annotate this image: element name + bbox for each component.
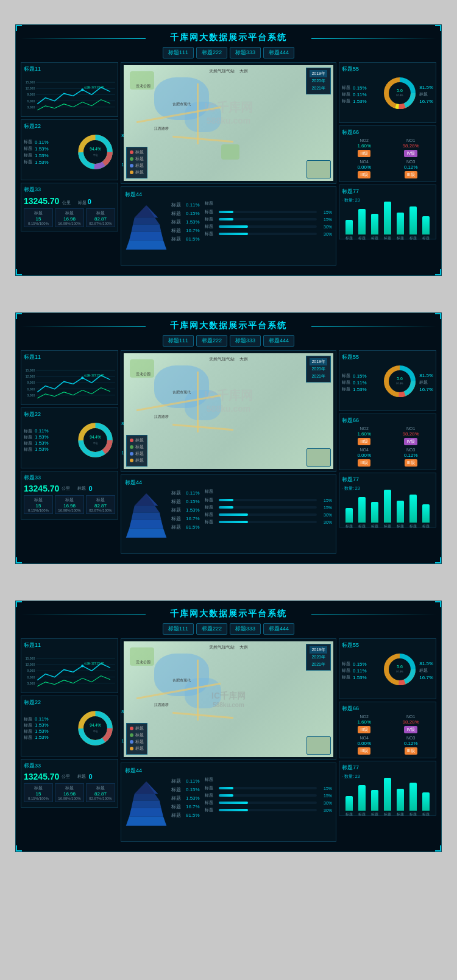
tab2-333[interactable]: 标题333 xyxy=(230,335,261,347)
widget-55-title: 标题55 xyxy=(342,65,433,73)
svg-text:5.6: 5.6 xyxy=(397,664,403,669)
svg-text:9,000: 9,000 xyxy=(27,669,35,672)
svg-marker-77 xyxy=(126,817,167,826)
widget-33-b: 标题33 13245.70 公里 标题 0 标题150.15%/100% 标题1… xyxy=(21,471,118,520)
widget-22-c: 标题22 标题0.11% 标题1.53% 标题1.53% 标题1.53% 9 xyxy=(21,696,118,756)
tab3-222[interactable]: 标题222 xyxy=(196,623,227,635)
tab3-444[interactable]: 标题444 xyxy=(263,623,294,635)
grade-badge-III-3: III级 xyxy=(405,171,417,178)
widget-55: 标题55 标题0.15% 标题0.11% 标题1.53% 5.6 xyxy=(339,62,436,123)
widget-11-title: 标题11 xyxy=(24,65,115,73)
widget-22: 标题22 标题0.11% 标题1.53% 标题1.53% 标题1.53% xyxy=(21,119,118,180)
svg-text:3,000: 3,000 xyxy=(27,682,35,685)
svg-text:5.6: 5.6 xyxy=(397,376,403,381)
widget-22-b: 标题22 标题0.11% 标题1.53% 标题1.53% 标题1.53% 9 xyxy=(21,407,118,468)
panel-body-1: 标题11 15,000 12,000 9,000 6,000 3,000 xyxy=(21,62,436,270)
map-year-selector-2[interactable]: 2019年 2020年 2021年 xyxy=(306,356,331,382)
svg-text:6,000: 6,000 xyxy=(27,99,35,103)
svg-text:15,000: 15,000 xyxy=(26,657,35,660)
panel-title-2: 千库网大数据展示平台系统 xyxy=(170,320,287,330)
widget-66-b: 标题66 NO21.60% III级 NO198.28% IV级 NO40.00… xyxy=(339,414,436,470)
svg-text:9,000: 9,000 xyxy=(27,93,35,96)
widget-66-title: 标题66 xyxy=(342,129,433,136)
right-col-3: 标题55 标题0.15% 标题0.11% 标题1.53% 5.6 97. xyxy=(339,638,436,842)
year-2021-c[interactable]: 2021年 xyxy=(310,661,327,668)
year-2020-b[interactable]: 2020年 xyxy=(310,365,327,373)
svg-marker-48 xyxy=(132,513,161,520)
tab2-444[interactable]: 标题444 xyxy=(263,335,294,347)
year-2020[interactable]: 2020年 xyxy=(310,77,327,85)
svg-marker-76 xyxy=(129,808,163,817)
svg-text:94.4%: 94.4% xyxy=(90,147,101,151)
year-2020-c[interactable]: 2020年 xyxy=(310,654,327,661)
svg-text:6,000: 6,000 xyxy=(27,387,35,391)
widget-77-b: 标题77 · 数量: 23 标题 标题 标题 标题 标题 标题 标题 xyxy=(339,473,436,527)
map-year-selector[interactable]: 2019年 2020年 2021年 xyxy=(306,68,331,94)
svg-text:12,000: 12,000 xyxy=(26,375,35,378)
tab-444[interactable]: 标题444 xyxy=(263,47,294,58)
svg-text:中心: 中心 xyxy=(93,730,98,733)
widget-33-c: 标题33 13245.70 公里 标题 0 标题150.15%/100% 标题1… xyxy=(21,759,118,808)
stat-box-3: 标题 82.87 82.87%/100% xyxy=(86,208,115,227)
svg-marker-50 xyxy=(126,529,167,538)
tab2-111[interactable]: 标题111 xyxy=(163,335,194,347)
svg-text:15,000: 15,000 xyxy=(26,80,35,84)
panel-header-1: 千库网大数据展示平台系统 xyxy=(21,30,436,47)
map-year-selector-3[interactable]: 2019年 2020年 2021年 xyxy=(306,644,331,671)
tab3-111[interactable]: 标题111 xyxy=(163,623,194,635)
year-2021[interactable]: 2021年 xyxy=(310,85,327,92)
tab-111[interactable]: 标题111 xyxy=(163,47,194,58)
svg-text:3,000: 3,000 xyxy=(27,105,35,109)
map-widget-2: 天然气加气站 大房 云龙公园 合肥市现代 江西路桥 2019年 2020年 20… xyxy=(121,350,336,472)
svg-point-39 xyxy=(81,376,83,379)
donut-22-svg: 94.4% 中心 xyxy=(76,132,115,172)
widget-77-title: 标题77 xyxy=(342,188,433,196)
tab-row-3: 标题111 标题222 标题333 标题444 xyxy=(21,623,436,635)
left-col-3: 标题11 15,000 12,000 9,000 6,000 3,000 公路·… xyxy=(21,638,118,842)
map-legend-2: 标题 标题 标题 标题 xyxy=(126,435,147,467)
widget-44-b: 标题44 标题0.11% 标题0.15% 标题1 xyxy=(121,474,336,554)
svg-marker-22 xyxy=(126,241,167,250)
panel-title-3: 千库网大数据展示平台系统 xyxy=(170,608,287,618)
svg-text:9,000: 9,000 xyxy=(27,381,35,384)
year-2021-b[interactable]: 2021年 xyxy=(310,373,327,380)
svg-text:5.6: 5.6 xyxy=(397,88,403,93)
widget-22-title: 标题22 xyxy=(24,122,115,130)
tab-333[interactable]: 标题333 xyxy=(230,47,261,58)
map-widget-3: 天然气加气站 大房 云龙公园 合肥市现代 江西路桥 2019年 2020年 20… xyxy=(121,638,336,760)
year-2019-c[interactable]: 2019年 xyxy=(310,646,327,654)
grade-item-no4: NO4 0.00% III级 xyxy=(342,160,387,179)
line-chart-svg: 15,000 12,000 9,000 6,000 3,000 公路·12713… xyxy=(24,75,115,118)
tab-222[interactable]: 标题222 xyxy=(196,47,227,58)
widget-55-c: 标题55 标题0.15% 标题0.11% 标题1.53% 5.6 97. xyxy=(339,638,436,699)
right-col-2: 标题55 标题0.15% 标题0.11% 标题1.53% 5.6 97. xyxy=(339,350,436,554)
dashboard-panel-2: 千库网大数据展示平台系统 标题111 标题222 标题333 标题444 标题1… xyxy=(15,312,442,564)
map-legend-3: 标题 标题 标题 标题 xyxy=(126,723,147,755)
svg-text:97.4%: 97.4% xyxy=(397,94,404,97)
tab3-333[interactable]: 标题333 xyxy=(230,623,261,635)
svg-text:公路·12713.30: 公路·12713.30 xyxy=(84,661,104,665)
grade-item-no2: NO2 1.60% III级 xyxy=(342,138,387,158)
svg-text:6,000: 6,000 xyxy=(27,675,35,679)
tab-row-2: 标题111 标题222 标题333 标题444 xyxy=(21,335,436,347)
widget-44-c: 标题44 标题0.11% 标题0.15% 标题1 xyxy=(121,763,336,842)
panel-body-3: 标题11 15,000 12,000 9,000 6,000 3,000 公路·… xyxy=(21,638,436,847)
svg-text:97.4%: 97.4% xyxy=(397,670,404,673)
panel-body-2: 标题11 15,000 12,000 9,000 6,000 3,000 公路·… xyxy=(21,350,436,559)
widget-77: 标题77 · 数量: 23 标题 标题 标题 xyxy=(339,185,436,239)
widget-66-c: 标题66 NO21.60% III级 NO198.28% IV级 NO40.00… xyxy=(339,702,436,758)
year-2019-b[interactable]: 2019年 xyxy=(310,358,327,365)
grade-item-no3: NO3 0.12% III级 xyxy=(389,160,434,179)
svg-marker-75 xyxy=(132,801,161,808)
widget-77-c: 标题77 · 数量: 23 标题 标题 标题 标题 标题 标题 标题 xyxy=(339,761,436,816)
map-widget-1: 天然气加气站 大房 云龙公园 合肥市现代 江西路桥 2019年 2020年 20… xyxy=(121,62,336,184)
svg-text:中心: 中心 xyxy=(93,442,98,445)
panel-header-2: 千库网大数据展示平台系统 xyxy=(21,318,436,335)
tab2-222[interactable]: 标题222 xyxy=(196,335,227,347)
stat-box-2: 标题 16.98 16.98%/100% xyxy=(55,208,84,227)
year-2019[interactable]: 2019年 xyxy=(310,70,327,77)
svg-marker-20 xyxy=(132,225,161,232)
widget-44: 标题44 标题0.11% 标题0.15% xyxy=(121,186,336,266)
widget-44-title: 标题44 xyxy=(125,191,332,199)
widget-33-title: 标题33 xyxy=(24,186,115,194)
